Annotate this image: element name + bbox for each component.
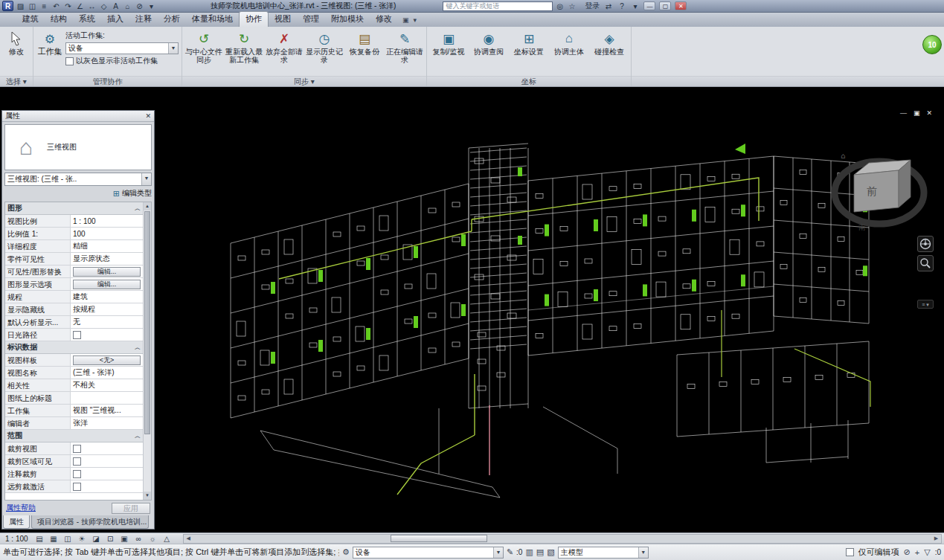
- scroll-right-icon[interactable]: ▶: [931, 535, 941, 541]
- modify-tool-button[interactable]: 修改: [1, 28, 31, 75]
- close-button[interactable]: ✕: [675, 1, 687, 10]
- tab-systems[interactable]: 系统: [73, 12, 101, 27]
- property-value[interactable]: 显示原状态: [71, 253, 143, 265]
- restore-backup-button[interactable]: ▤ 恢复备份: [344, 28, 385, 75]
- design-option-dropdown[interactable]: 主模型 ▼: [558, 547, 649, 559]
- default-3d-view-icon[interactable]: ⌂: [123, 2, 132, 10]
- relinquish-all-button[interactable]: ✗ 放弃全部请求: [264, 28, 304, 75]
- graphic-display-options-edit-button[interactable]: 编辑...: [73, 280, 141, 289]
- press-drag-icon[interactable]: +: [915, 548, 919, 557]
- qat-customize-arrow-icon[interactable]: ▾: [147, 2, 156, 10]
- properties-header[interactable]: 属性 ✕: [2, 111, 154, 122]
- property-value[interactable]: (三维 - 张洋): [71, 367, 143, 379]
- tab-view[interactable]: 视图: [269, 12, 297, 27]
- panel-label-select[interactable]: 选择 ▾: [0, 76, 33, 86]
- tab-annotate[interactable]: 注释: [129, 12, 158, 27]
- show-crop-region-icon[interactable]: ▣: [119, 534, 130, 544]
- redo-icon[interactable]: ↷: [63, 2, 73, 10]
- tag-icon[interactable]: ◇: [99, 2, 109, 10]
- exchange-apps-icon[interactable]: ⇄: [603, 2, 613, 10]
- tab-collaborate[interactable]: 协作: [239, 11, 269, 27]
- scale-control[interactable]: 1 : 100: [2, 535, 31, 543]
- property-value[interactable]: [71, 392, 143, 404]
- open-icon[interactable]: ▨: [16, 2, 25, 10]
- text-icon[interactable]: A: [111, 2, 121, 10]
- section-graphics[interactable]: 图形︿: [5, 202, 143, 215]
- drawing-area[interactable]: 前南⌂ — ▣ ✕ ≡ ▾ 属性 ✕ ⌂ 三维视图 三维视图: (三维: [0, 87, 944, 532]
- status-workset-dropdown[interactable]: 设备 ▼: [353, 547, 504, 559]
- property-value[interactable]: 1 : 100: [71, 215, 143, 227]
- worksharing-display-icon[interactable]: ▥: [525, 547, 533, 557]
- search-input[interactable]: [443, 1, 553, 11]
- property-value[interactable]: 张洋: [71, 417, 143, 429]
- zoom-button[interactable]: [917, 255, 934, 271]
- filter-icon[interactable]: ▽: [924, 547, 930, 557]
- tab-structure[interactable]: 结构: [45, 12, 73, 27]
- panel-label-coordinate[interactable]: 坐标: [427, 76, 631, 86]
- property-value[interactable]: 建筑: [71, 291, 143, 303]
- show-history-button[interactable]: ◷ 显示历史记录: [304, 28, 344, 75]
- property-value[interactable]: 精细: [71, 240, 143, 252]
- steering-wheel-button[interactable]: [917, 236, 934, 252]
- coordination-host-button[interactable]: ⌂ 协调主体: [549, 28, 589, 75]
- notification-badge[interactable]: 10: [922, 35, 942, 54]
- type-selector-preview[interactable]: ⌂ 三维视图: [4, 124, 152, 170]
- interference-check-button[interactable]: ◈ 碰撞检查: [589, 28, 629, 75]
- worksharing-monitor-icon[interactable]: ▤: [536, 547, 544, 557]
- editing-requests-icon[interactable]: ✎: [507, 547, 513, 557]
- analytical-model-icon[interactable]: △: [161, 534, 173, 544]
- scroll-down-icon[interactable]: ▼: [144, 492, 151, 500]
- properties-scrollbar[interactable]: ▲ ▼: [143, 202, 151, 500]
- sync-with-central-button[interactable]: ↺ 与中心文件同步: [184, 28, 224, 75]
- favorites-star-icon[interactable]: ☆: [567, 2, 577, 10]
- tab-properties[interactable]: 属性: [3, 515, 30, 529]
- property-value[interactable]: 视图 "三维视...: [71, 405, 143, 416]
- crop-view-checkbox[interactable]: [73, 445, 81, 453]
- dimension-icon[interactable]: ↔: [87, 2, 97, 10]
- app-menu-button[interactable]: R: [2, 1, 13, 11]
- sun-path-icon[interactable]: ☀: [77, 534, 88, 544]
- reveal-hidden-elements-icon[interactable]: ☼: [147, 534, 158, 544]
- horizontal-scrollbar[interactable]: ◀ ▶: [183, 534, 942, 544]
- sun-path-checkbox[interactable]: [73, 331, 81, 339]
- panel-label-manage-collaboration[interactable]: 管理协作: [33, 76, 182, 86]
- far-clip-active-checkbox[interactable]: [73, 483, 81, 491]
- scroll-up-icon[interactable]: ▲: [144, 202, 151, 210]
- property-value[interactable]: 不相关: [71, 379, 143, 391]
- section-identity-data[interactable]: 标识数据︿: [5, 341, 143, 354]
- scroll-left-icon[interactable]: ◀: [184, 535, 193, 541]
- tab-manage[interactable]: 管理: [297, 12, 325, 27]
- paper-size-icon[interactable]: ▤: [34, 534, 45, 544]
- scrollbar-thumb[interactable]: [391, 535, 487, 542]
- edit-type-button[interactable]: ⊞ 编辑类型: [4, 187, 152, 200]
- ribbon-display-toggle-icon[interactable]: ▣: [402, 16, 409, 24]
- tab-architecture[interactable]: 建筑: [16, 12, 45, 27]
- view-restore-icon[interactable]: ▣: [914, 109, 920, 117]
- tab-addins[interactable]: 附加模块: [325, 12, 370, 27]
- gray-inactive-checkbox[interactable]: [65, 57, 74, 65]
- tab-modify[interactable]: 修改: [370, 12, 398, 27]
- close-icon[interactable]: ✕: [145, 112, 151, 120]
- type-selector-dropdown[interactable]: 三维视图: (三维 - 张.. ▼: [4, 173, 152, 186]
- annotation-crop-checkbox[interactable]: [73, 470, 81, 478]
- sign-in-label[interactable]: 登录: [585, 1, 600, 11]
- worksets-button[interactable]: ⚙ 工作集: [36, 29, 63, 74]
- temporary-hide-isolate-icon[interactable]: ∞: [133, 534, 144, 544]
- detail-level-icon[interactable]: ▦: [48, 534, 60, 544]
- scrollbar-thumb[interactable]: [144, 211, 150, 434]
- crop-view-icon[interactable]: ⊡: [105, 534, 116, 544]
- view-template-button[interactable]: <无>: [73, 355, 141, 365]
- shadows-icon[interactable]: ◪: [91, 534, 102, 544]
- tab-massing-site[interactable]: 体量和场地: [186, 12, 239, 27]
- apply-button[interactable]: 应用: [112, 503, 150, 514]
- view-minimize-icon[interactable]: —: [900, 109, 907, 117]
- exclude-options-icon[interactable]: ⊘: [904, 547, 911, 557]
- property-value[interactable]: 按规程: [71, 303, 143, 315]
- panel-label-synchronize[interactable]: 同步 ▾: [182, 76, 426, 86]
- editable-only-checkbox[interactable]: [846, 548, 854, 556]
- help-arrow-icon[interactable]: ▾: [630, 2, 640, 10]
- tab-insert[interactable]: 插入: [101, 12, 129, 27]
- undo-icon[interactable]: ↶: [51, 2, 61, 10]
- view-close-icon[interactable]: ✕: [926, 109, 932, 117]
- crop-region-visible-checkbox[interactable]: [73, 457, 81, 466]
